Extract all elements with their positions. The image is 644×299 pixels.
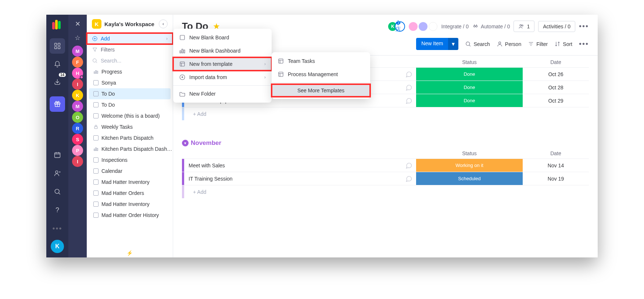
- left-rail: 14 ? ••• K: [46, 15, 68, 257]
- filters-button[interactable]: Filters: [87, 44, 173, 55]
- svg-rect-12: [96, 71, 96, 74]
- sidebar-item[interactable]: Mad Hatter Inventory: [87, 177, 173, 188]
- menu-item-import-data-from[interactable]: Import data from›: [173, 71, 272, 84]
- group-header[interactable]: ▾November: [182, 139, 589, 147]
- menu-item-new-blank-board[interactable]: New Blank Board: [173, 31, 272, 44]
- svg-rect-17: [97, 148, 98, 150]
- workspace-rail: ✕ ☆ MFHIKMORSPI: [68, 15, 87, 257]
- workspace-header[interactable]: K Kayla's Workspace ‹: [87, 15, 173, 33]
- conversation-icon[interactable]: [401, 162, 416, 169]
- search-row[interactable]: Search...: [87, 55, 173, 66]
- nav-gift[interactable]: [50, 96, 65, 112]
- workspace-icon: K: [92, 19, 101, 29]
- nav-calendar[interactable]: [50, 147, 65, 163]
- bolt-icon: ⚡: [126, 250, 133, 256]
- board-more-icon[interactable]: •••: [579, 22, 589, 31]
- nav-search[interactable]: [50, 184, 65, 199]
- conversation-icon[interactable]: [401, 97, 416, 104]
- conversation-icon[interactable]: [401, 175, 416, 182]
- workspace-avatar[interactable]: F: [72, 57, 83, 68]
- collapse-sidebar-button[interactable]: ‹: [159, 19, 168, 28]
- filter-button[interactable]: Filter: [528, 41, 548, 47]
- workspace-avatar[interactable]: R: [72, 123, 83, 134]
- sidebar-item[interactable]: Calendar: [87, 165, 173, 177]
- person-filter-button[interactable]: Person: [497, 41, 521, 47]
- workspace-avatar[interactable]: K: [72, 90, 83, 101]
- workspace-avatar[interactable]: M: [72, 46, 83, 57]
- add-item-row[interactable]: + Add: [182, 107, 589, 120]
- svg-rect-28: [180, 62, 185, 66]
- sidebar-item[interactable]: Mad Hatter Orders: [87, 188, 173, 199]
- members-button[interactable]: 1: [514, 21, 534, 32]
- workspace-avatar[interactable]: M: [72, 101, 83, 112]
- workspace-avatar[interactable]: I: [72, 156, 83, 167]
- workspace-avatar[interactable]: O: [72, 112, 83, 123]
- workspace-avatar[interactable]: I: [72, 79, 83, 90]
- sidebar: K Kayla's Workspace ‹ Add › Filters Sear…: [87, 15, 173, 257]
- add-button[interactable]: Add ›: [87, 33, 173, 44]
- nav-workspaces[interactable]: [50, 38, 65, 54]
- table-row[interactable]: Meet with SalesWorking on itNov 14: [182, 159, 589, 172]
- chevron-right-icon: ›: [166, 36, 168, 41]
- svg-rect-2: [55, 47, 57, 49]
- menu-item-new-blank-dashboard[interactable]: New Blank Dashboard: [173, 44, 272, 57]
- automate-button[interactable]: Automate / 0: [472, 23, 510, 29]
- svg-rect-16: [96, 148, 96, 151]
- workspace-name: Kayla's Workspace: [104, 21, 154, 27]
- menu-item-new-from-template[interactable]: New from template›: [173, 57, 272, 71]
- nav-more[interactable]: •••: [50, 221, 65, 236]
- svg-rect-31: [279, 72, 283, 76]
- svg-rect-24: [180, 35, 185, 40]
- template-item[interactable]: Process Management: [272, 68, 370, 81]
- conversation-icon[interactable]: [401, 71, 416, 78]
- svg-point-8: [55, 189, 59, 193]
- conversation-icon[interactable]: [401, 84, 416, 91]
- table-row[interactable]: IT Training SessionScheduledNov 19: [182, 172, 589, 185]
- search-button[interactable]: Search: [465, 41, 490, 47]
- add-item-row[interactable]: + Add: [182, 185, 589, 198]
- template-submenu: Team TasksProcess ManagementSee More Tem…: [272, 52, 370, 99]
- toolbar-more-icon[interactable]: •••: [579, 40, 589, 48]
- svg-rect-1: [58, 43, 60, 46]
- nav-notifications[interactable]: [50, 57, 65, 72]
- sidebar-item[interactable]: Mad Hatter Inventory: [87, 199, 173, 210]
- sidebar-item[interactable]: Sonya: [87, 77, 173, 88]
- sidebar-item[interactable]: Weekly Tasks: [87, 121, 173, 132]
- add-menu: New Blank BoardNew Blank DashboardNew fr…: [173, 29, 272, 103]
- sidebar-item[interactable]: To Do: [87, 99, 173, 110]
- menu-item-new-folder[interactable]: New Folder: [173, 87, 272, 100]
- template-item[interactable]: Team Tasks: [272, 54, 370, 68]
- svg-point-18: [474, 25, 475, 27]
- close-icon[interactable]: ✕: [75, 20, 80, 28]
- sidebar-item[interactable]: Kitchen Parts Dispatch: [87, 132, 173, 143]
- sidebar-item[interactable]: Progress: [87, 66, 173, 77]
- workspace-avatar[interactable]: S: [72, 134, 83, 145]
- svg-point-7: [56, 171, 58, 173]
- svg-rect-6: [55, 153, 60, 157]
- workspace-avatar[interactable]: P: [72, 145, 83, 156]
- sort-button[interactable]: Sort: [554, 41, 572, 47]
- workspace-avatar[interactable]: H: [72, 68, 83, 79]
- svg-point-21: [522, 25, 523, 26]
- new-item-dropdown[interactable]: ▾: [448, 38, 458, 50]
- sidebar-item[interactable]: To Do: [89, 88, 171, 99]
- nav-inbox[interactable]: 14: [50, 74, 65, 90]
- column-headers: StatusDate: [182, 149, 589, 159]
- sidebar-item[interactable]: Inspections: [87, 154, 173, 165]
- integrate-button[interactable]: Integrate / 0: [441, 24, 469, 29]
- new-item-button[interactable]: New Item ▾: [416, 38, 458, 50]
- see-more-templates[interactable]: See More Templates: [272, 84, 370, 97]
- sidebar-item[interactable]: Kitchen Parts Dispatch Dash…: [87, 143, 173, 154]
- sidebar-item[interactable]: Welcome (this is a board): [87, 110, 173, 121]
- nav-help[interactable]: ?: [50, 202, 65, 218]
- svg-point-20: [520, 25, 522, 26]
- svg-rect-3: [58, 47, 60, 49]
- svg-point-10: [93, 59, 96, 62]
- activities-button[interactable]: Activities / 0: [538, 21, 575, 32]
- user-avatar[interactable]: K: [51, 240, 64, 253]
- nav-invite[interactable]: [50, 165, 65, 181]
- sidebar-item[interactable]: Mad Hatter Order History: [87, 210, 173, 221]
- search-placeholder: Search...: [101, 58, 121, 64]
- board-owner-avatars[interactable]: K�店: [387, 21, 405, 32]
- star-icon[interactable]: ☆: [75, 34, 80, 42]
